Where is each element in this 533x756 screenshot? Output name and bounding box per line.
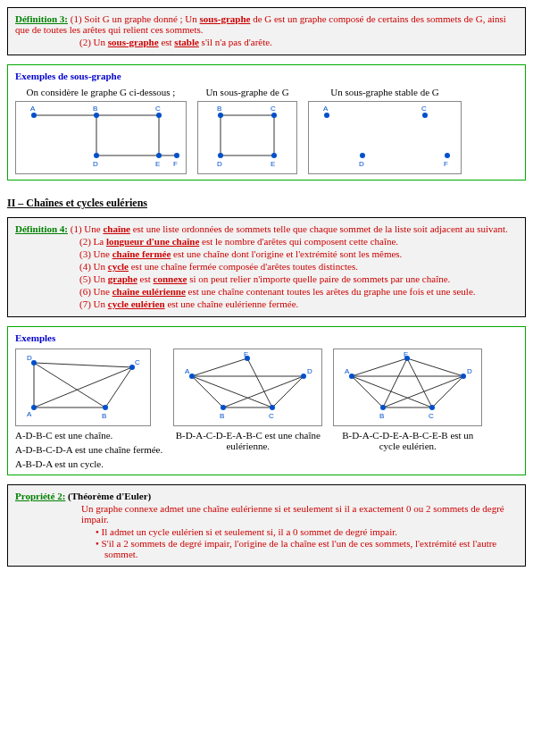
definition-4-box: Définition 4: (1) Une chaîne est une lis… xyxy=(7,217,526,317)
graph-chain-col: A B C D A-D-B-C est une chaîne. A-D-B-C-… xyxy=(15,349,162,469)
graph-euler-cycle: A B C D E xyxy=(333,349,482,426)
graph-sub: B C D E xyxy=(197,101,297,174)
propriete-2-label: Propriété 2: xyxy=(15,491,65,501)
svg-text:A: A xyxy=(323,105,329,113)
prop2-bullet2: • S'il a 2 sommets de degré impair, l'or… xyxy=(15,538,518,559)
svg-text:B: B xyxy=(102,412,106,420)
section-2-title: II – Chaînes et cycles eulériens xyxy=(7,197,526,210)
svg-point-32 xyxy=(422,113,428,118)
examples-title-1: Exemples de sous-graphe xyxy=(15,71,518,81)
svg-point-34 xyxy=(360,153,365,158)
svg-text:A: A xyxy=(27,410,32,418)
svg-point-46 xyxy=(103,405,108,410)
svg-point-12 xyxy=(94,153,99,158)
svg-line-70 xyxy=(352,376,383,407)
svg-line-77 xyxy=(432,376,463,407)
definition-3-label: Définition 3: xyxy=(15,13,68,24)
graph-euler-cycle-col: A B C D E B-D-A-C-D-E-A-B-C-E-B est un c… xyxy=(333,349,482,451)
svg-line-40 xyxy=(34,363,132,367)
prop2-bullet1: • Il admet un cycle eulérien si et seule… xyxy=(15,526,518,537)
svg-line-78 xyxy=(407,358,432,407)
svg-point-24 xyxy=(271,113,277,118)
svg-point-36 xyxy=(445,153,450,158)
graph-euler-chain: A B C D E xyxy=(173,349,322,426)
g2-line1: B-D-A-C-D-E-A-B-C est une chaîne eulérie… xyxy=(174,430,321,451)
svg-line-59 xyxy=(247,358,272,407)
svg-line-76 xyxy=(383,358,407,407)
svg-point-22 xyxy=(218,113,223,118)
graph-row-2: A B C D A-D-B-C est une chaîne. A-D-B-C-… xyxy=(15,349,518,469)
svg-line-79 xyxy=(407,358,463,376)
svg-line-55 xyxy=(192,358,247,376)
svg-text:E: E xyxy=(271,160,275,168)
def4-item3: (3) Une chaîne fermée est une chaîne don… xyxy=(15,248,518,259)
graph-stable-caption: Un sous-graphe stable de G xyxy=(330,87,439,97)
svg-text:C: C xyxy=(135,358,140,366)
svg-text:D: D xyxy=(467,367,472,375)
svg-text:D: D xyxy=(93,160,98,168)
graph-g-svg: A B C D E F xyxy=(16,102,186,173)
svg-text:A: A xyxy=(185,367,190,375)
propriete-2-box: Propriété 2: (Théorème d'Euler) Un graph… xyxy=(7,484,526,567)
svg-point-44 xyxy=(31,405,37,410)
examples-title-2: Exemples xyxy=(15,332,518,343)
svg-text:E: E xyxy=(155,160,160,168)
svg-point-30 xyxy=(324,113,329,118)
svg-point-8 xyxy=(94,113,99,118)
graph-row-1: On considère le graphe G ci-dessous ; A … xyxy=(15,87,518,174)
svg-point-60 xyxy=(189,374,195,379)
svg-text:D: D xyxy=(27,354,32,362)
def4-item7: (7) Un cycle eulérien est une chaîne eul… xyxy=(15,298,518,309)
svg-point-86 xyxy=(461,374,466,379)
svg-text:A: A xyxy=(345,367,350,375)
examples-chaines-box: Exemples A B C D A-D-B-C est une chaîne.… xyxy=(7,326,526,475)
definition-4-label: Définition 4: xyxy=(15,223,68,234)
svg-text:D: D xyxy=(359,160,364,168)
definition-3-box: Définition 3: (1) Soit G un graphe donné… xyxy=(7,7,526,55)
svg-point-84 xyxy=(429,405,435,410)
def4-item4: (4) Un cycle est une chaîne fermée compo… xyxy=(15,261,518,272)
graph-g-caption: On considère le graphe G ci-dessous ; xyxy=(27,87,176,97)
svg-line-58 xyxy=(272,376,304,407)
svg-text:C: C xyxy=(269,412,274,420)
svg-text:E: E xyxy=(244,350,248,358)
svg-line-71 xyxy=(352,376,432,407)
svg-point-62 xyxy=(221,405,226,410)
graph-euler-chain-svg: A B C D E xyxy=(174,349,321,425)
svg-text:B: B xyxy=(93,105,97,113)
svg-text:C: C xyxy=(271,105,276,113)
svg-point-80 xyxy=(349,374,354,379)
svg-point-82 xyxy=(380,405,386,410)
g1-line3: A-B-D-A est un cycle. xyxy=(15,458,104,469)
def4-item6: (6) Une chaîne eulérienne est une chaîne… xyxy=(15,286,518,297)
svg-text:C: C xyxy=(421,105,427,113)
graph-stable-col: Un sous-graphe stable de G A C D F xyxy=(308,87,462,174)
svg-line-73 xyxy=(352,358,407,376)
svg-point-50 xyxy=(31,360,37,365)
svg-line-53 xyxy=(192,376,272,407)
svg-text:A: A xyxy=(30,105,36,113)
def4-item5: (5) Un graphe est connexe si on peut rel… xyxy=(15,273,518,284)
svg-text:F: F xyxy=(444,160,448,168)
graph-euler-cycle-svg: A B C D E xyxy=(334,349,481,425)
svg-line-52 xyxy=(192,376,223,407)
def3-item2: (2) Un sous-graphe est stable s'il n'a p… xyxy=(15,37,518,47)
g1-line2: A-D-B-C-D-A est une chaîne fermée. xyxy=(15,444,162,455)
prop2-title: (Théorème d'Euler) xyxy=(68,491,151,501)
examples-sousgraphe-box: Exemples de sous-graphe On considère le … xyxy=(7,64,526,181)
svg-line-43 xyxy=(34,367,132,407)
svg-line-75 xyxy=(383,376,463,407)
def3-item1: (1) Soit G un graphe donné ; Un sous-gra… xyxy=(15,13,506,35)
graph-stable: A C D F xyxy=(308,101,462,174)
svg-line-41 xyxy=(34,363,105,407)
svg-text:D: D xyxy=(217,160,222,168)
svg-text:F: F xyxy=(173,160,178,168)
def4-item2: (2) La longueur d'une chaîne est le nomb… xyxy=(15,236,518,247)
graph-chain: A B C D xyxy=(15,349,151,426)
prop2-main: Un graphe connexe admet une chaîne eulér… xyxy=(15,503,518,525)
svg-text:C: C xyxy=(429,412,434,420)
svg-point-64 xyxy=(270,405,275,410)
graph-sub-caption: Un sous-graphe de G xyxy=(205,87,288,97)
graph-g-col: On considère le graphe G ci-dessous ; A … xyxy=(15,87,187,174)
svg-text:B: B xyxy=(379,412,384,420)
